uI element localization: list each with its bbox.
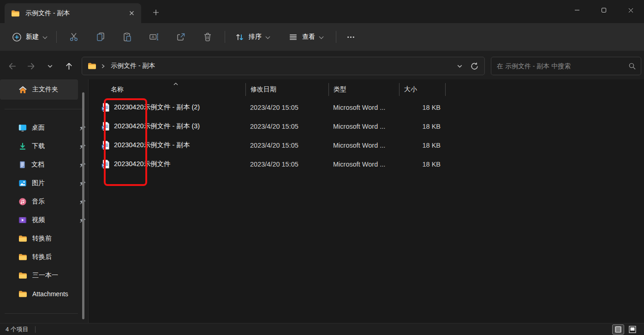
share-icon — [176, 32, 186, 42]
file-row[interactable]: W 20230420示例文件 2023/4/20 15:05 Microsoft… — [89, 155, 644, 173]
file-size: 18 KB — [399, 123, 445, 130]
sidebar-item-label: 转换前 — [32, 234, 52, 243]
search-icon — [628, 62, 636, 70]
toolbar-button[interactable] — [194, 28, 221, 46]
close-button[interactable] — [617, 0, 644, 20]
sidebar-item[interactable]: 图片 — [0, 174, 78, 192]
desktop-icon — [18, 124, 27, 132]
sort-button-label: 排序 — [249, 33, 262, 41]
file-type: Microsoft Word ... — [328, 104, 399, 111]
word-icon: W — [101, 102, 110, 112]
file-row[interactable]: W 20230420示例文件 - 副本 (3) 2023/4/20 15:05 … — [89, 117, 644, 136]
paste-icon — [122, 32, 132, 42]
new-tab-button[interactable] — [149, 6, 163, 19]
file-list-area: 名称 修改日期 类型 大小 W 20230420示例文件 - 副本 (2) — [89, 79, 644, 323]
file-row[interactable]: W 20230420示例文件 - 副本 2023/4/20 15:05 Micr… — [89, 136, 644, 155]
folder-icon — [11, 10, 20, 17]
maximize-button[interactable] — [590, 0, 617, 20]
sidebar-item[interactable]: 桌面 — [0, 119, 78, 137]
sidebar-item-home[interactable]: 主文件夹 — [0, 79, 78, 100]
toolbar-button[interactable] — [60, 28, 87, 46]
more-options-button[interactable] — [340, 28, 361, 46]
downloads-icon — [18, 142, 27, 150]
file-name: 20230420示例文件 - 副本 — [114, 141, 190, 150]
refresh-button[interactable] — [467, 59, 482, 73]
thumbnail-view-icon — [628, 325, 637, 334]
sidebar-item[interactable]: 下载 — [0, 137, 78, 156]
toolbar-button[interactable] — [114, 28, 141, 46]
sidebar-item-label: 三一本一 — [32, 271, 58, 280]
address-dropdown-button[interactable] — [452, 59, 467, 73]
column-header-type[interactable]: 类型 — [328, 83, 399, 96]
file-name-cell: W 20230420示例文件 - 副本 (3) — [89, 121, 245, 131]
folder-icon — [18, 253, 27, 261]
view-toggles — [612, 324, 638, 335]
breadcrumb[interactable]: 示例文件 - 副本 — [111, 62, 452, 70]
documents-icon — [18, 161, 26, 169]
sidebar-item[interactable]: 音乐 — [0, 192, 78, 211]
column-header-size[interactable]: 大小 — [399, 83, 445, 96]
sidebar-item[interactable]: Attachments — [0, 285, 78, 303]
file-date: 2023/4/20 15:05 — [245, 161, 328, 168]
recent-locations-button[interactable] — [42, 58, 58, 74]
file-name-cell: W 20230420示例文件 — [89, 159, 245, 169]
svg-text:A: A — [152, 35, 155, 39]
details-view-icon — [614, 326, 623, 333]
sidebar-item[interactable]: 转换后 — [0, 248, 78, 266]
back-button[interactable] — [4, 58, 20, 74]
address-bar[interactable]: 示例文件 - 副本 — [82, 57, 485, 75]
toolbar-button[interactable] — [167, 28, 194, 46]
file-row[interactable]: W 20230420示例文件 - 副本 (2) 2023/4/20 15:05 … — [89, 98, 644, 117]
sidebar-item[interactable]: 三一本一 — [0, 266, 78, 285]
new-button-label: 新建 — [26, 33, 39, 41]
file-date: 2023/4/20 15:05 — [245, 142, 328, 149]
sidebar-item-label: 下载 — [32, 142, 45, 150]
file-name-cell: W 20230420示例文件 - 副本 (2) — [89, 102, 245, 112]
sidebar-item-label: 转换后 — [32, 253, 52, 261]
toolbar-actions: A — [60, 28, 221, 46]
file-date: 2023/4/20 15:05 — [245, 104, 328, 111]
search-input[interactable] — [497, 62, 628, 70]
forward-button[interactable] — [23, 58, 39, 74]
svg-text:W: W — [102, 164, 105, 167]
navigation-pane: 主文件夹 桌面 下载 文档 — [0, 79, 89, 323]
view-button[interactable]: 查看 — [282, 28, 329, 46]
tab-close-button[interactable] — [125, 7, 137, 19]
sidebar-scrollbar[interactable] — [82, 92, 84, 319]
explorer-tab[interactable]: 示例文件 - 副本 — [5, 3, 141, 23]
sidebar-item-label: Attachments — [32, 290, 68, 298]
toolbar-button[interactable]: A — [141, 28, 167, 46]
sidebar-item[interactable]: 文档 — [0, 156, 78, 174]
status-divider — [35, 326, 36, 333]
svg-text:W: W — [102, 107, 105, 110]
search-box[interactable] — [491, 57, 641, 75]
word-icon: W — [101, 121, 110, 131]
sidebar-item[interactable]: 转换前 — [0, 229, 78, 248]
file-size: 18 KB — [399, 161, 445, 168]
minimize-button[interactable] — [564, 0, 590, 20]
sort-button[interactable]: 排序 — [229, 28, 276, 46]
toolbar-button[interactable] — [87, 28, 114, 46]
chevron-down-icon — [266, 35, 270, 39]
svg-text:W: W — [102, 126, 105, 129]
chevron-down-icon — [43, 35, 47, 39]
file-type: Microsoft Word ... — [328, 142, 399, 149]
new-button[interactable]: 新建 — [6, 28, 53, 46]
videos-icon — [18, 216, 27, 224]
sidebar-item[interactable]: 视频 — [0, 211, 78, 229]
sidebar-items: 桌面 下载 文档 图片 — [0, 119, 88, 303]
column-header-date[interactable]: 修改日期 — [245, 83, 328, 96]
column-header-name[interactable]: 名称 — [89, 83, 245, 96]
large-icons-view-button[interactable] — [626, 324, 638, 335]
details-view-button[interactable] — [612, 324, 624, 335]
command-bar: 新建 A — [0, 23, 644, 51]
column-headers: 名称 修改日期 类型 大小 — [89, 83, 644, 96]
sort-icon — [235, 32, 244, 42]
sort-ascending-icon — [173, 82, 179, 86]
copy-icon — [95, 32, 106, 42]
toolbar-divider — [56, 31, 57, 43]
plus-circle-icon — [12, 32, 22, 42]
up-button[interactable] — [60, 58, 77, 74]
status-bar: 4 个项目 — [0, 323, 644, 335]
breadcrumb-chevron-icon — [100, 63, 106, 69]
